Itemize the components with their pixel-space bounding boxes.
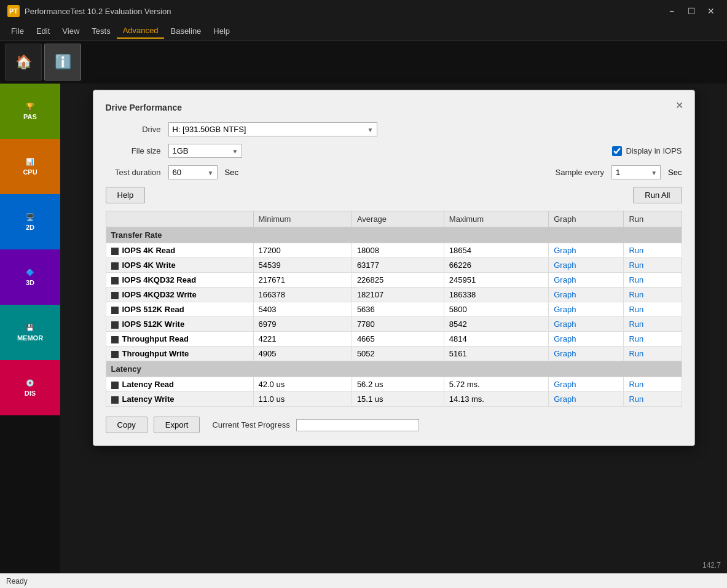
table-section-header: Transfer Rate (106, 227, 682, 243)
main-content: Drive Performance ✕ Drive H: [931.50GB N… (60, 84, 727, 588)
col-run: Run (624, 211, 682, 227)
sidebar-item-pass[interactable]: 🏆 PAS (0, 84, 60, 139)
row-label: IOPS 4KQD32 Write (122, 290, 197, 299)
display-iops-text: Display in IOPS (626, 146, 682, 155)
row-avg: 5636 (352, 302, 444, 317)
row-graph-cell: Graph (549, 377, 624, 392)
row-avg: 4665 (352, 332, 444, 347)
menu-advanced[interactable]: Advanced (117, 23, 165, 39)
modal-close-button[interactable]: ✕ (672, 98, 687, 112)
progress-label: Current Test Progress (212, 420, 289, 429)
graph-link[interactable]: Graph (554, 380, 576, 389)
summary-button[interactable]: ℹ️ (44, 44, 81, 80)
graph-link[interactable]: Graph (554, 394, 576, 404)
test-duration-select[interactable]: 60 (168, 165, 218, 179)
row-label: IOPS 512K Write (122, 319, 185, 329)
close-button[interactable]: ✕ (702, 2, 720, 20)
sidebar-item-cpu[interactable]: 📊 CPU (0, 139, 60, 194)
drive-performance-modal: Drive Performance ✕ Drive H: [931.50GB N… (93, 90, 695, 446)
row-label: IOPS 512K Read (122, 305, 184, 314)
row-max: 245951 (444, 273, 548, 288)
maximize-button[interactable]: ☐ (683, 2, 700, 20)
row-max: 8542 (444, 317, 548, 332)
run-all-button[interactable]: Run All (633, 187, 682, 203)
graph-link[interactable]: Graph (554, 305, 576, 314)
row-label: Throughput Write (122, 349, 189, 358)
run-link[interactable]: Run (629, 349, 643, 358)
row-avg: 7780 (352, 317, 444, 332)
row-label: Latency Read (122, 380, 175, 389)
3d-label: 3D (26, 279, 34, 286)
graph-link[interactable]: Graph (554, 290, 576, 299)
graph-link[interactable]: Graph (554, 349, 576, 358)
row-icon (111, 382, 119, 389)
minimize-button[interactable]: − (663, 2, 680, 20)
menu-baseline[interactable]: Baseline (164, 24, 207, 38)
sidebar: 🏆 PAS 📊 CPU 🖥️ 2D 🔷 3D 💾 MEMOR 💿 DIS (0, 84, 60, 588)
table-row: IOPS 512K Write697977808542GraphRun (106, 317, 682, 332)
menu-file[interactable]: File (5, 24, 30, 38)
table-row: IOPS 512K Read540356365800GraphRun (106, 302, 682, 317)
home-button[interactable]: 🏠 (5, 44, 42, 80)
display-iops-checkbox[interactable] (612, 146, 622, 156)
graph-link[interactable]: Graph (554, 319, 576, 329)
row-label: IOPS 4KQD32 Read (122, 275, 197, 284)
help-button[interactable]: Help (106, 187, 146, 203)
run-link[interactable]: Run (629, 246, 643, 255)
menu-help[interactable]: Help (207, 24, 236, 38)
row-max: 4814 (444, 332, 548, 347)
row-graph-cell: Graph (549, 332, 624, 347)
run-link[interactable]: Run (629, 394, 643, 404)
row-name-cell: IOPS 512K Read (106, 302, 253, 317)
run-link[interactable]: Run (629, 319, 643, 329)
copy-button[interactable]: Copy (106, 417, 147, 433)
drive-select[interactable]: H: [931.50GB NTFS] (168, 122, 377, 136)
table-row: IOPS 4K Write545396317766226GraphRun (106, 258, 682, 273)
row-min: 166378 (253, 288, 352, 302)
run-link[interactable]: Run (629, 290, 643, 299)
row-name-cell: IOPS 512K Write (106, 317, 253, 332)
filesize-select-wrapper: 1GB (168, 144, 242, 158)
graph-link[interactable]: Graph (554, 275, 576, 284)
sidebar-item-2d[interactable]: 🖥️ 2D (0, 194, 60, 249)
menu-view[interactable]: View (56, 24, 85, 38)
export-button[interactable]: Export (154, 417, 200, 433)
run-link[interactable]: Run (629, 305, 643, 314)
pass-icon: 🏆 (26, 103, 34, 111)
app-icon: PT (7, 5, 20, 17)
sidebar-item-3d[interactable]: 🔷 3D (0, 249, 60, 305)
row-icon (111, 248, 119, 255)
col-minimum: Minimum (253, 211, 352, 227)
row-label: IOPS 4K Write (122, 261, 176, 270)
sidebar-item-disk[interactable]: 💿 DIS (0, 360, 60, 415)
graph-link[interactable]: Graph (554, 246, 576, 255)
row-run-cell: Run (624, 332, 682, 347)
row-name-cell: IOPS 4KQD32 Read (106, 273, 253, 288)
row-avg: 226825 (352, 273, 444, 288)
row-avg: 56.2 us (352, 377, 444, 392)
run-link[interactable]: Run (629, 261, 643, 270)
row-run-cell: Run (624, 243, 682, 258)
2d-icon: 🖥️ (26, 213, 34, 221)
col-average: Average (352, 211, 444, 227)
table-row: IOPS 4KQD32 Write166378182107186338Graph… (106, 288, 682, 302)
run-link[interactable]: Run (629, 275, 643, 284)
pass-label: PAS (23, 113, 37, 120)
graph-link[interactable]: Graph (554, 261, 576, 270)
menu-tests[interactable]: Tests (85, 24, 116, 38)
run-link[interactable]: Run (629, 380, 643, 389)
row-run-cell: Run (624, 258, 682, 273)
sample-every-select-wrapper: 1 (611, 165, 661, 179)
graph-link[interactable]: Graph (554, 334, 576, 343)
row-max: 5.72 ms. (444, 377, 548, 392)
row-icon (111, 262, 119, 270)
row-icon (111, 396, 119, 404)
filesize-select[interactable]: 1GB (168, 144, 242, 158)
row-avg: 63177 (352, 258, 444, 273)
menu-edit[interactable]: Edit (30, 24, 56, 38)
sidebar-item-memory[interactable]: 💾 MEMOR (0, 305, 60, 360)
sample-every-select[interactable]: 1 (611, 165, 661, 179)
run-link[interactable]: Run (629, 334, 643, 343)
app-title: PerformanceTest 10.2 Evaluation Version (25, 7, 171, 16)
home-icon: 🏠 (15, 54, 32, 70)
